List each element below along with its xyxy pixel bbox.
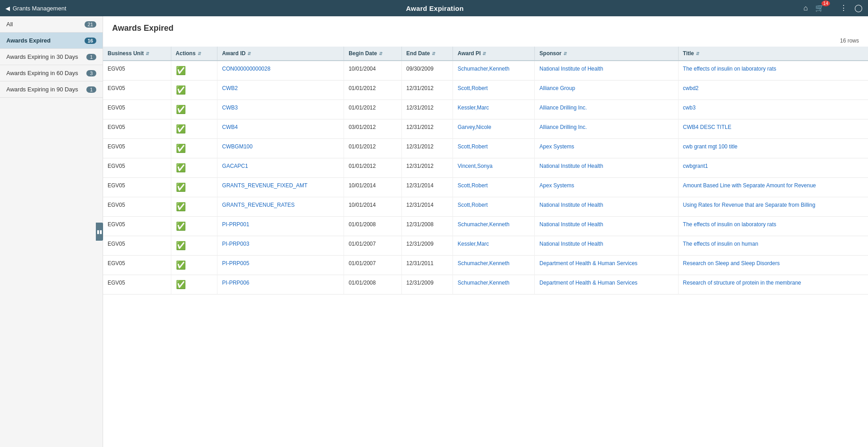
- award-id-link[interactable]: PI-PRP006: [222, 280, 249, 286]
- action-check-icon[interactable]: ✅: [176, 241, 186, 251]
- col-header-award_id[interactable]: Award ID⇵: [217, 47, 344, 61]
- sponsor-link[interactable]: Department of Health & Human Services: [539, 260, 637, 266]
- cell-actions[interactable]: ✅: [171, 256, 217, 275]
- award-pi-link[interactable]: Schumacher,Kenneth: [458, 280, 509, 286]
- title-link[interactable]: The effects of insulin on laboratory rat…: [683, 221, 777, 228]
- action-check-icon[interactable]: ✅: [176, 143, 186, 153]
- cell-award-id[interactable]: GRANTS_REVENUE_FIXED_AMT: [217, 178, 344, 197]
- cell-actions[interactable]: ✅: [171, 81, 217, 100]
- help-icon[interactable]: ◯: [854, 4, 863, 12]
- col-header-begin_date[interactable]: Begin Date⇵: [344, 47, 402, 61]
- action-check-icon[interactable]: ✅: [176, 280, 186, 290]
- award-id-link[interactable]: CWB3: [222, 105, 238, 111]
- col-header-business_unit[interactable]: Business Unit⇵: [103, 47, 171, 61]
- cell-actions[interactable]: ✅: [171, 275, 217, 295]
- title-link[interactable]: cwb grant mgt 100 title: [683, 143, 738, 150]
- cell-award-id[interactable]: PI-PRP006: [217, 275, 344, 295]
- cell-actions[interactable]: ✅: [171, 100, 217, 119]
- cell-actions[interactable]: ✅: [171, 236, 217, 256]
- sponsor-link[interactable]: National Institute of Health: [539, 241, 603, 247]
- award-pi-link[interactable]: Scott,Robert: [458, 143, 488, 150]
- action-check-icon[interactable]: ✅: [176, 260, 186, 270]
- sponsor-link[interactable]: National Institute of Health: [539, 221, 603, 228]
- sidebar-item-expiring-60[interactable]: Awards Expiring in 60 Days3: [0, 65, 103, 81]
- home-icon[interactable]: ⌂: [803, 4, 808, 12]
- col-header-actions[interactable]: Actions⇵: [171, 47, 217, 61]
- action-check-icon[interactable]: ✅: [176, 124, 186, 134]
- action-check-icon[interactable]: ✅: [176, 163, 186, 173]
- sponsor-link[interactable]: Apex Systems: [539, 182, 574, 189]
- cell-award-id[interactable]: CON000000000028: [217, 61, 344, 81]
- cell-award-id[interactable]: CWB4: [217, 119, 344, 139]
- award-id-link[interactable]: PI-PRP005: [222, 260, 249, 266]
- sidebar-item-awards-expired[interactable]: Awards Expired16: [0, 33, 103, 49]
- award-pi-link[interactable]: Schumacher,Kenneth: [458, 66, 509, 72]
- col-header-award_pi[interactable]: Award PI⇵: [453, 47, 535, 61]
- col-header-sponsor[interactable]: Sponsor⇵: [535, 47, 678, 61]
- title-link[interactable]: The effects of insulin on laboratory rat…: [683, 66, 777, 72]
- col-header-title[interactable]: Title⇵: [678, 47, 868, 61]
- sponsor-link[interactable]: National Institute of Health: [539, 66, 603, 72]
- cell-actions[interactable]: ✅: [171, 158, 217, 178]
- title-link[interactable]: Research of structure of protein in the …: [683, 280, 801, 286]
- cell-actions[interactable]: ✅: [171, 61, 217, 81]
- back-button[interactable]: ◀ Grants Management: [5, 5, 66, 12]
- title-link[interactable]: cwbgrant1: [683, 163, 708, 169]
- notification-icon[interactable]: 🛒14: [815, 4, 833, 12]
- award-id-link[interactable]: CWB2: [222, 85, 238, 91]
- cell-actions[interactable]: ✅: [171, 119, 217, 139]
- award-pi-link[interactable]: Schumacher,Kenneth: [458, 260, 509, 266]
- sponsor-link[interactable]: Alliance Group: [539, 85, 575, 91]
- action-check-icon[interactable]: ✅: [176, 105, 186, 114]
- sidebar-item-all[interactable]: All21: [0, 16, 103, 33]
- award-pi-link[interactable]: Scott,Robert: [458, 85, 488, 91]
- col-header-end_date[interactable]: End Date⇵: [401, 47, 453, 61]
- cell-actions[interactable]: ✅: [171, 139, 217, 158]
- cell-award-id[interactable]: PI-PRP005: [217, 256, 344, 275]
- award-id-link[interactable]: GACAPC1: [222, 163, 248, 169]
- sponsor-link[interactable]: Department of Health & Human Services: [539, 280, 637, 286]
- award-pi-link[interactable]: Schumacher,Kenneth: [458, 221, 509, 228]
- sidebar-item-expiring-90[interactable]: Awards Expiring in 90 Days1: [0, 81, 103, 98]
- title-link[interactable]: Amount Based Line with Separate Amount f…: [683, 182, 816, 189]
- action-check-icon[interactable]: ✅: [176, 221, 186, 231]
- cell-award-id[interactable]: CWB2: [217, 81, 344, 100]
- sponsor-link[interactable]: Alliance Drilling Inc.: [539, 124, 587, 130]
- award-id-link[interactable]: GRANTS_REVENUE_RATES: [222, 202, 294, 208]
- sidebar-item-expiring-30[interactable]: Awards Expiring in 30 Days1: [0, 49, 103, 65]
- award-pi-link[interactable]: Scott,Robert: [458, 182, 488, 189]
- title-link[interactable]: cwbd2: [683, 85, 699, 91]
- sponsor-link[interactable]: Alliance Drilling Inc.: [539, 105, 587, 111]
- more-options-icon[interactable]: ⋮: [840, 4, 847, 12]
- title-link[interactable]: CWB4 DESC TITLE: [683, 124, 731, 130]
- award-pi-link[interactable]: Vincent,Sonya: [458, 163, 492, 169]
- award-pi-link[interactable]: Scott,Robert: [458, 202, 488, 208]
- award-id-link[interactable]: GRANTS_REVENUE_FIXED_AMT: [222, 182, 307, 189]
- award-pi-link[interactable]: Kessler,Marc: [458, 241, 489, 247]
- collapse-handle[interactable]: ▮▮: [96, 223, 103, 241]
- action-check-icon[interactable]: ✅: [176, 66, 186, 76]
- sponsor-link[interactable]: National Institute of Health: [539, 163, 603, 169]
- award-pi-link[interactable]: Garvey,Nicole: [458, 124, 491, 130]
- title-link[interactable]: cwb3: [683, 105, 696, 111]
- cell-award-id[interactable]: CWBGM100: [217, 139, 344, 158]
- title-link[interactable]: Research on Sleep and Sleep Disorders: [683, 260, 780, 266]
- award-id-link[interactable]: PI-PRP003: [222, 241, 249, 247]
- cell-award-id[interactable]: PI-PRP001: [217, 217, 344, 236]
- award-id-link[interactable]: PI-PRP001: [222, 221, 249, 228]
- cell-actions[interactable]: ✅: [171, 217, 217, 236]
- title-link[interactable]: The effects of insulin on human: [683, 241, 759, 247]
- sponsor-link[interactable]: Apex Systems: [539, 143, 574, 150]
- award-id-link[interactable]: CWBGM100: [222, 143, 252, 150]
- title-link[interactable]: Using Rates for Revenue that are Separat…: [683, 202, 816, 208]
- cell-award-id[interactable]: GRANTS_REVENUE_RATES: [217, 197, 344, 217]
- action-check-icon[interactable]: ✅: [176, 182, 186, 192]
- award-id-link[interactable]: CON000000000028: [222, 66, 270, 72]
- award-pi-link[interactable]: Kessler,Marc: [458, 105, 489, 111]
- cell-actions[interactable]: ✅: [171, 178, 217, 197]
- cell-award-id[interactable]: PI-PRP003: [217, 236, 344, 256]
- cell-actions[interactable]: ✅: [171, 197, 217, 217]
- sponsor-link[interactable]: National Institute of Health: [539, 202, 603, 208]
- action-check-icon[interactable]: ✅: [176, 85, 186, 95]
- cell-award-id[interactable]: CWB3: [217, 100, 344, 119]
